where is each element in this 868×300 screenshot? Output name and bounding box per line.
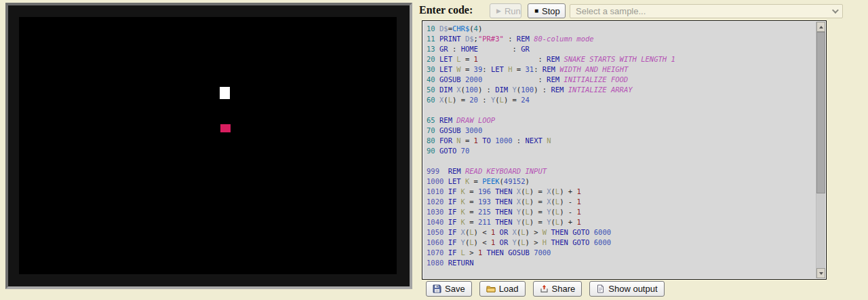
code-line xyxy=(427,105,815,115)
sample-select[interactable]: Select a sample... xyxy=(570,4,843,18)
code-line: 65 REM DRAW LOOP xyxy=(427,115,815,126)
code-line: 13 GR : HOME : GR xyxy=(427,44,815,54)
show-output-button-label: Show output xyxy=(608,284,657,294)
scroll-up-button[interactable] xyxy=(816,22,825,32)
document-icon xyxy=(596,284,605,293)
play-icon: ▶ xyxy=(496,8,501,14)
snake-block xyxy=(220,87,230,99)
code-line: 90 GOTO 70 xyxy=(427,146,815,156)
code-line: 10 D$=CHR$(4) xyxy=(427,24,815,34)
save-button[interactable]: Save xyxy=(426,281,472,297)
code-editor: 10 D$=CHR$(4)11 PRINT D$;"PR#3" : REM 80… xyxy=(422,20,827,280)
save-button-label: Save xyxy=(445,284,465,294)
sample-select-placeholder: Select a sample... xyxy=(576,6,646,16)
code-line: 1010 IF K = 196 THEN X(L) = X(L) + 1 xyxy=(427,187,815,197)
footer-toolbar: SaveLoadShareShow output xyxy=(426,281,665,297)
code-line: 30 LET W = 39: LET H = 31: REM WIDTH AND… xyxy=(427,64,815,75)
up-arrow-icon xyxy=(819,26,823,29)
share-button-label: Share xyxy=(552,284,576,294)
code-input[interactable]: 10 D$=CHR$(4)11 PRINT D$;"PR#3" : REM 80… xyxy=(424,22,815,278)
code-line xyxy=(427,268,815,278)
screen-frame xyxy=(5,3,412,289)
code-line: 1080 RETURN xyxy=(427,258,815,268)
run-button[interactable]: ▶ Run xyxy=(490,3,521,18)
down-arrow-icon xyxy=(819,272,823,275)
stop-icon: ■ xyxy=(534,7,538,14)
code-line: 1060 IF Y(L) < 1 OR Y(L) > H THEN GOTO 6… xyxy=(427,238,815,248)
show-output-button[interactable]: Show output xyxy=(589,281,664,297)
crt-screen[interactable] xyxy=(19,17,397,274)
code-line: 70 GOSUB 3000 xyxy=(427,126,815,136)
code-line: 999 REM READ KEYBOARD INPUT xyxy=(427,166,815,176)
editor-scrollbar xyxy=(816,22,825,278)
code-line: 1070 IF L > 1 THEN GOSUB 7000 xyxy=(427,248,815,258)
food-block xyxy=(220,124,231,132)
folder-icon xyxy=(486,284,496,293)
code-line: 11 PRINT D$;"PR#3" : REM 80-column mode xyxy=(427,34,815,44)
code-line: 40 GOSUB 2000 : REM INITIALIZE FOOD xyxy=(427,75,815,85)
code-line xyxy=(427,156,815,166)
load-button-label: Load xyxy=(499,284,519,294)
code-line: 20 LET L = 1 : REM SNAKE STARTS WITH LEN… xyxy=(427,54,815,64)
enter-code-label: Enter code: xyxy=(419,4,473,16)
code-line: 1050 IF X(L) < 1 OR X(L) > W THEN GOTO 6… xyxy=(427,227,815,238)
code-line: 60 X(L) = 20 : Y(L) = 24 xyxy=(427,95,815,105)
code-line: 1020 IF K = 193 THEN X(L) = X(L) - 1 xyxy=(427,197,815,207)
code-line: 50 DIM X(100) : DIM Y(100) : REM INTIALI… xyxy=(427,85,815,95)
share-icon xyxy=(540,284,549,293)
chevron-down-icon xyxy=(832,7,839,14)
scroll-thumb[interactable] xyxy=(816,32,825,193)
stop-button[interactable]: ■ Stop xyxy=(528,3,566,18)
code-line: 1040 IF K = 211 THEN Y(L) = Y(L) + 1 xyxy=(427,217,815,227)
run-button-label: Run xyxy=(505,6,521,16)
code-line: 1030 IF K = 215 THEN Y(L) = Y(L) - 1 xyxy=(427,207,815,217)
code-line: 80 FOR N = 1 TO 1000 : NEXT N xyxy=(427,136,815,146)
share-button[interactable]: Share xyxy=(533,281,583,297)
stop-button-label: Stop xyxy=(542,6,560,16)
code-line: 1000 LET K = PEEK(49152) xyxy=(427,176,815,187)
scroll-down-button[interactable] xyxy=(816,268,825,278)
floppy-icon xyxy=(433,284,441,293)
load-button[interactable]: Load xyxy=(479,281,526,297)
page-background: { "toolbar": { "label": "Enter code:", "… xyxy=(0,0,868,300)
